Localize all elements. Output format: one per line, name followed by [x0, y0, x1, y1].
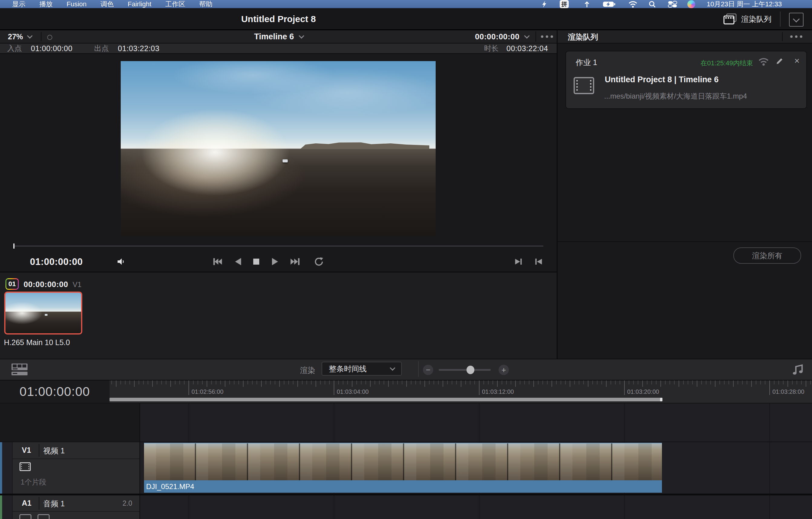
go-to-start-button[interactable]	[212, 256, 223, 267]
timeline-scrollbar[interactable]	[110, 398, 663, 401]
viewer-timecode: 00:00:00:00	[475, 32, 519, 41]
play-to-first-frame-button[interactable]	[534, 257, 543, 266]
remote-render-icon[interactable]	[758, 56, 769, 66]
zoom-slider[interactable]	[439, 369, 491, 371]
chevron-down-icon	[390, 365, 395, 370]
video-track-id: V1	[22, 446, 31, 455]
render-scope-value: 整条时间线	[329, 364, 367, 374]
battery-icon[interactable]	[602, 1, 616, 8]
video-track-name-row[interactable]: V1 视频 1	[13, 442, 140, 459]
preview-mesa	[300, 141, 429, 149]
audio-solo-button[interactable]	[37, 514, 50, 519]
shortcuts-arrow-icon[interactable]	[583, 0, 590, 8]
timeline-ruler[interactable]: 01:02:56:00 01:03:04:00 01:03:12:00 01:0…	[110, 380, 812, 403]
play-button[interactable]	[270, 256, 280, 267]
play-to-last-frame-button[interactable]	[514, 257, 523, 266]
viewer-zoom-value: 27%	[8, 32, 23, 41]
in-point-label: 入点	[7, 43, 22, 53]
video-track-thumbnail-icon[interactable]	[19, 462, 31, 471]
ruler-label: 01:02:56:00	[192, 388, 224, 395]
preview-vehicle	[283, 159, 288, 162]
duration-label: 时长	[484, 43, 499, 53]
job-path: ...mes/bianji/视频素材/大海道日落跟车1.mp4	[604, 91, 747, 101]
clip-index-value: 01	[6, 279, 18, 289]
job-eta: 在01:25:49内结束	[700, 59, 753, 68]
clip-name: DJI_0521.MP4	[146, 482, 194, 491]
zoom-in-button[interactable]: +	[499, 365, 509, 375]
input-method-icon[interactable]: 拼	[560, 0, 569, 8]
ruler-label: 01:03:04:00	[337, 388, 369, 395]
timeline-select[interactable]: Timeline 6	[254, 30, 303, 43]
duration-value[interactable]: 00:03:22:04	[506, 44, 548, 53]
render-job-card[interactable]: 作业 1 在01:25:49内结束 × Untitled Project 8 |…	[566, 51, 807, 109]
audio-monitor-icon[interactable]	[791, 362, 805, 376]
stop-button[interactable]	[251, 256, 261, 267]
viewer-zoom-select[interactable]: 27%	[8, 30, 32, 43]
audio-track-name: 音频 1	[43, 499, 65, 509]
menu-item-playback[interactable]: 播放	[39, 0, 53, 9]
panel-divider[interactable]	[557, 30, 557, 359]
menu-item-help[interactable]: 帮助	[199, 0, 212, 9]
zoom-slider-thumb[interactable]	[466, 366, 474, 374]
timeline-clip-dji-0521[interactable]: DJI_0521.MP4	[144, 443, 662, 492]
project-title: Untitled Project 8	[0, 8, 557, 30]
ruler-mid-ticks	[110, 380, 812, 387]
audio-track-gutter[interactable]	[2, 495, 12, 519]
video-track-name: 视频 1	[43, 446, 65, 456]
video-track-gutter[interactable]	[2, 442, 12, 494]
video-track-color-strip	[0, 442, 2, 494]
ruler-label: 01:03:20:00	[627, 388, 659, 395]
siri-icon[interactable]	[687, 0, 695, 8]
in-point-value[interactable]: 01:00:00:00	[31, 44, 72, 53]
loop-button[interactable]	[313, 256, 324, 267]
clip-thumbnail[interactable]	[4, 292, 82, 335]
clip-timecode: 00:00:00:00	[24, 280, 68, 289]
menu-item-view[interactable]: 显示	[12, 0, 25, 9]
viewer-scrub-bar[interactable]	[14, 246, 543, 246]
clip-name-bar: DJI_0521.MP4	[144, 480, 662, 493]
viewer-timecode-select[interactable]: 00:00:00:00	[475, 30, 529, 43]
audio-track-id: A1	[22, 499, 31, 508]
control-center-icon[interactable]	[667, 1, 678, 8]
timeline-view-options-icon[interactable]	[11, 363, 28, 376]
video-preview[interactable]	[121, 61, 436, 236]
go-to-end-button[interactable]	[290, 256, 301, 267]
job-name: 作业 1	[576, 58, 597, 67]
render-all-button[interactable]: 渲染所有	[733, 247, 801, 264]
video-track-attributes: 1个片段	[13, 459, 140, 494]
video-track-clip-count: 1个片段	[21, 477, 46, 487]
battery-bolt-icon[interactable]	[540, 0, 548, 8]
viewer-options-button[interactable]	[541, 35, 553, 38]
edit-job-icon[interactable]	[775, 57, 784, 65]
audio-track-color-strip	[0, 495, 2, 519]
panel-collapse-button[interactable]	[789, 13, 804, 27]
search-icon[interactable]	[648, 0, 657, 8]
audio-track-name-row[interactable]: A1 音频 1 2.0	[13, 495, 140, 511]
delete-job-icon[interactable]: ×	[794, 56, 800, 66]
render-queue-icon	[723, 13, 737, 25]
titlebar-divider	[780, 11, 781, 27]
render-queue-toggle-label: 渲染队列	[741, 14, 772, 24]
menu-clock[interactable]: 10月23日 周一 上午12:33	[707, 0, 782, 8]
render-queue-options-button[interactable]	[790, 35, 802, 38]
viewer-playhead[interactable]	[13, 243, 14, 249]
menu-item-workspace[interactable]: 工作区	[165, 0, 185, 9]
zoom-out-button[interactable]: −	[423, 365, 433, 375]
out-point-label: 出点	[94, 43, 109, 53]
out-point-value[interactable]: 01:03:22:03	[118, 44, 160, 53]
play-reverse-button[interactable]	[233, 256, 243, 267]
menu-item-color[interactable]: 调色	[100, 0, 114, 9]
render-queue-toggle[interactable]: 渲染队列	[723, 12, 772, 26]
scrollbar-end-marker[interactable]	[660, 398, 662, 401]
ruler-label: 01:03:12:00	[482, 388, 514, 395]
render-scope-select[interactable]: 整条时间线	[322, 362, 402, 376]
speaker-icon[interactable]	[117, 257, 127, 266]
menu-item-fairlight[interactable]: Fairlight	[128, 0, 151, 8]
playhead-timecode: 01:00:00:00	[20, 385, 90, 399]
wifi-icon[interactable]	[628, 0, 638, 8]
transport-timecode: 01:00:00:00	[30, 256, 83, 267]
audio-mute-button[interactable]	[19, 514, 31, 519]
chevron-down-icon	[793, 16, 800, 22]
menu-item-fusion[interactable]: Fusion	[66, 0, 87, 8]
ruler-label: 01:03:28:00	[772, 388, 805, 395]
